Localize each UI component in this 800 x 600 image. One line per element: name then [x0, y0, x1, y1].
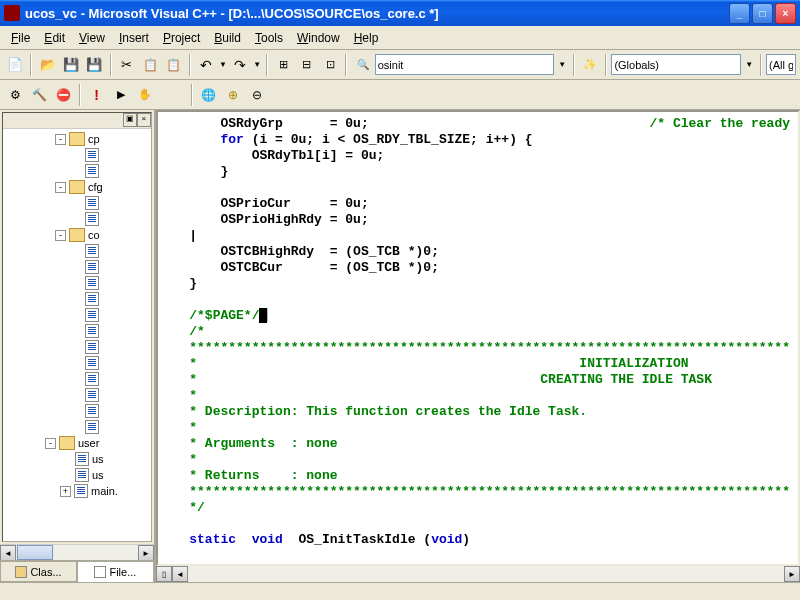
separator: [345, 54, 347, 76]
tree-file[interactable]: [5, 387, 149, 403]
app-icon: [4, 5, 20, 21]
minimize-button[interactable]: _: [729, 3, 750, 24]
menu-build[interactable]: Build: [207, 28, 248, 48]
scope-dropdown[interactable]: ▼: [742, 54, 756, 76]
editor-text[interactable]: OSRdyGrp = 0u; /* Clear the ready for (i…: [156, 110, 800, 566]
project-tree[interactable]: -cp -cfg -co -user us: [3, 129, 151, 541]
copy-button[interactable]: [139, 54, 161, 76]
undo-dropdown[interactable]: ▼: [218, 54, 228, 76]
scroll-track[interactable]: [54, 545, 138, 560]
status-bar: [0, 582, 800, 600]
scroll-left-icon[interactable]: ◄: [0, 545, 16, 561]
separator: [30, 54, 32, 76]
menu-edit[interactable]: Edit: [37, 28, 72, 48]
tree-file[interactable]: [5, 291, 149, 307]
tree-file[interactable]: [5, 403, 149, 419]
close-button[interactable]: ×: [775, 3, 796, 24]
tree-file-main[interactable]: +main.: [5, 483, 149, 499]
cut-button[interactable]: [116, 54, 138, 76]
tree-panel: ▣ × -cp -cfg -co: [2, 112, 152, 542]
separator: [266, 54, 268, 76]
redo-dropdown[interactable]: ▼: [252, 54, 262, 76]
workspace-panel: ▣ × -cp -cfg -co: [0, 110, 156, 582]
tree-file[interactable]: [5, 307, 149, 323]
execute-button[interactable]: ▶: [109, 84, 132, 106]
class-icon: [15, 566, 27, 578]
compile-button[interactable]: ⚙: [4, 84, 27, 106]
menu-view[interactable]: View: [72, 28, 112, 48]
members-combo[interactable]: [766, 54, 796, 75]
tree-file[interactable]: [5, 275, 149, 291]
tree-file[interactable]: [5, 195, 149, 211]
menu-help[interactable]: Help: [347, 28, 386, 48]
tree-file[interactable]: us: [5, 451, 149, 467]
tree-file[interactable]: [5, 243, 149, 259]
scope-combo[interactable]: [611, 54, 741, 75]
folder-label: cp: [88, 133, 100, 145]
scroll-split-icon[interactable]: ▯: [156, 566, 172, 582]
tree-file[interactable]: [5, 323, 149, 339]
menu-tools[interactable]: Tools: [248, 28, 290, 48]
web-button-2[interactable]: ⊕: [221, 84, 244, 106]
tab-fileview[interactable]: File...: [77, 561, 154, 582]
menu-file[interactable]: File: [4, 28, 37, 48]
find-dropdown[interactable]: ▼: [555, 54, 569, 76]
scroll-thumb[interactable]: [17, 545, 53, 560]
tree-close-icon[interactable]: ×: [137, 113, 151, 127]
save-all-button[interactable]: [83, 54, 105, 76]
main-area: ▣ × -cp -cfg -co: [0, 110, 800, 582]
separator: [573, 54, 575, 76]
web-button-3[interactable]: ⊖: [245, 84, 268, 106]
tree-file[interactable]: [5, 339, 149, 355]
output-button[interactable]: ⊡: [319, 54, 341, 76]
menu-project[interactable]: Project: [156, 28, 207, 48]
tree-file[interactable]: [5, 371, 149, 387]
open-button[interactable]: [36, 54, 58, 76]
tree-file[interactable]: [5, 211, 149, 227]
web-button-1[interactable]: 🌐: [197, 84, 220, 106]
tree-file[interactable]: [5, 259, 149, 275]
paste-button[interactable]: [162, 54, 184, 76]
tree-file[interactable]: [5, 355, 149, 371]
tree-folder-cfg[interactable]: -cfg: [5, 179, 149, 195]
find-combo[interactable]: [375, 54, 555, 75]
tree-file[interactable]: [5, 419, 149, 435]
breakpoint-button[interactable]: ✋: [133, 84, 156, 106]
tree-file[interactable]: [5, 147, 149, 163]
menu-window[interactable]: Window: [290, 28, 347, 48]
scroll-track[interactable]: [188, 566, 784, 582]
standard-toolbar: ▼ ▼ ⊞ ⊟ ⊡ 🔍 ▼ ✨ ▼: [0, 50, 800, 80]
tree-file[interactable]: [5, 163, 149, 179]
new-button[interactable]: [4, 54, 26, 76]
workspace-button[interactable]: ⊟: [296, 54, 318, 76]
build-button[interactable]: 🔨: [28, 84, 51, 106]
tree-folder-core[interactable]: -co: [5, 227, 149, 243]
folder-label: co: [88, 229, 100, 241]
tab-classview[interactable]: Clas...: [0, 561, 77, 582]
tree-file[interactable]: us: [5, 467, 149, 483]
wizard-button[interactable]: ✨: [579, 54, 601, 76]
separator: [110, 54, 112, 76]
scroll-right-icon[interactable]: ►: [784, 566, 800, 582]
window-title: ucos_vc - Microsoft Visual C++ - [D:\...…: [25, 6, 439, 21]
tree-scrollbar[interactable]: ◄ ►: [0, 544, 154, 560]
window-list-button[interactable]: ⊞: [272, 54, 294, 76]
undo-button[interactable]: [195, 54, 217, 76]
tree-folder-cpu[interactable]: -cp: [5, 131, 149, 147]
tree-folder-user[interactable]: -user: [5, 435, 149, 451]
editor-scrollbar[interactable]: ▯ ◄ ►: [156, 566, 800, 582]
build-toolbar: ⚙ 🔨 ⛔ ! ▶ ✋ 🌐 ⊕ ⊖: [0, 80, 800, 110]
tree-dock-icon[interactable]: ▣: [123, 113, 137, 127]
scroll-left-icon[interactable]: ◄: [172, 566, 188, 582]
find-in-files-button[interactable]: 🔍: [351, 54, 373, 76]
stop-build-button[interactable]: ⛔: [52, 84, 75, 106]
scroll-right-icon[interactable]: ►: [138, 545, 154, 561]
save-button[interactable]: [60, 54, 82, 76]
folder-label: cfg: [88, 181, 103, 193]
go-button[interactable]: !: [85, 84, 108, 106]
code-editor: OSRdyGrp = 0u; /* Clear the ready for (i…: [156, 110, 800, 582]
menu-insert[interactable]: Insert: [112, 28, 156, 48]
maximize-button[interactable]: □: [752, 3, 773, 24]
title-bar: ucos_vc - Microsoft Visual C++ - [D:\...…: [0, 0, 800, 26]
redo-button[interactable]: [229, 54, 251, 76]
